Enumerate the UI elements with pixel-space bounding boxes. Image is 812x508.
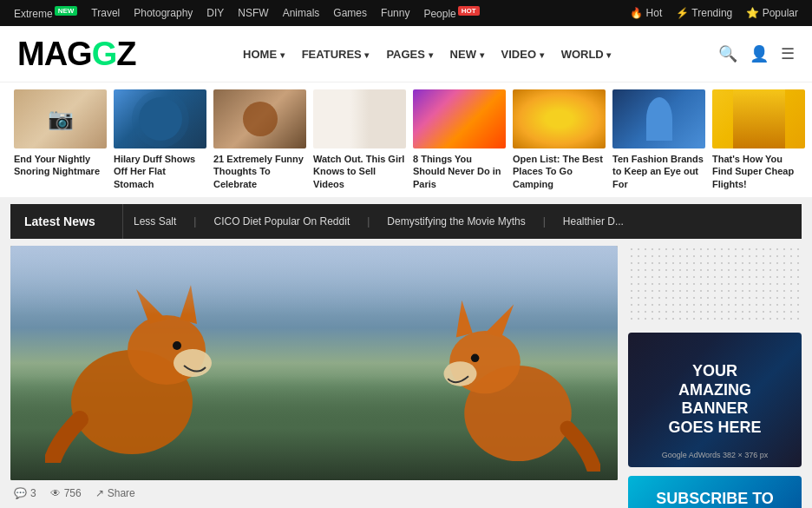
svg-point-5: [173, 341, 181, 350]
trending-link[interactable]: ⚡ Trending: [676, 7, 732, 19]
strip-item-2[interactable]: Hilary Duff Shows Off Her Flat Stomach: [110, 89, 210, 190]
strip-title-4: Watch Out. This Girl Knows to Sell Video…: [313, 153, 406, 190]
chevron-down-icon: ▾: [606, 50, 611, 60]
nav-animals[interactable]: Animals: [283, 7, 320, 19]
nav-video[interactable]: VIDEO ▾: [494, 44, 551, 64]
ticker-item-4: Healthier D...: [563, 215, 624, 228]
strip-item-3[interactable]: 21 Extremely Funny Thoughts To Celebrate: [210, 89, 310, 190]
main-content: 💬 3 👁 756 ↗ Share: [10, 246, 618, 508]
strip-title-7: Ten Fashion Brands to Keep an Eye out Fo…: [612, 153, 705, 190]
svg-point-4: [174, 349, 212, 377]
banner-subtitle: Google AdWords 382 × 376 px: [662, 451, 769, 460]
chevron-down-icon: ▾: [429, 50, 433, 60]
eye-icon: 👁: [50, 487, 61, 499]
strip-image-6: [513, 89, 606, 148]
nav-nsfw[interactable]: NSFW: [238, 7, 268, 19]
article-strip: End Your Nightly Snoring Nightmare Hilar…: [0, 82, 812, 197]
nav-people[interactable]: PeopleHOT: [423, 7, 479, 20]
comment-icon: 💬: [14, 487, 27, 499]
chevron-down-icon: ▾: [480, 50, 484, 60]
strip-item-5[interactable]: 8 Things You Should Never Do in Paris: [409, 89, 509, 190]
site-logo[interactable]: MAGGZ: [17, 36, 135, 73]
hot-link[interactable]: 🔥 Hot: [630, 7, 662, 19]
comment-count: 💬 3: [14, 487, 36, 499]
chevron-down-icon: ▾: [280, 50, 285, 60]
sidebar: YOUR AMAZING BANNER GOES HERE Google AdW…: [628, 246, 802, 508]
strip-image-4: [313, 89, 406, 148]
latest-news-label: Latest News: [10, 204, 123, 239]
ticker-item-1: Less Salt: [134, 215, 176, 228]
nav-features[interactable]: FEATURES ▾: [295, 44, 377, 64]
site-header: MAGGZ HOME ▾ FEATURES ▾ PAGES ▾ NEW ▾ VI…: [0, 26, 812, 82]
chevron-down-icon: ▾: [540, 50, 544, 60]
nav-world[interactable]: WORLD ▾: [554, 44, 619, 64]
popular-link[interactable]: ⭐ Popular: [746, 7, 798, 19]
featured-image[interactable]: [10, 246, 618, 480]
banner-text: YOUR AMAZING BANNER GOES HERE: [668, 362, 761, 437]
nav-diy[interactable]: DIY: [206, 7, 224, 19]
subscribe-title: SUBSCRIBE TO STORIES: [642, 490, 788, 508]
strip-image-5: [413, 89, 506, 148]
strip-title-5: 8 Things You Should Never Do in Paris: [413, 153, 506, 190]
nav-games[interactable]: Games: [333, 7, 367, 19]
header-actions: 🔍 👤 ☰: [718, 44, 795, 63]
strip-item-4[interactable]: Watch Out. This Girl Knows to Sell Video…: [310, 89, 409, 190]
banner-advertisement[interactable]: YOUR AMAZING BANNER GOES HERE Google AdW…: [628, 333, 802, 467]
fire-icon: 🔥: [630, 7, 643, 19]
strip-image-2: [114, 89, 206, 148]
strip-image-3: [213, 89, 306, 148]
share-button[interactable]: ↗ Share: [95, 487, 135, 499]
strip-title-2: Hilary Duff Shows Off Her Flat Stomach: [114, 153, 206, 190]
user-icon[interactable]: 👤: [750, 44, 769, 63]
main-layout: 💬 3 👁 756 ↗ Share YOUR AMAZING BANNER GO…: [0, 239, 812, 508]
main-navigation: HOME ▾ FEATURES ▾ PAGES ▾ NEW ▾ VIDEO ▾ …: [236, 44, 618, 64]
fox-right: [435, 289, 600, 472]
strip-item-8[interactable]: That's How You Find Super Cheap Flights!: [709, 89, 809, 190]
star-icon: ⭐: [746, 7, 759, 19]
nav-extreme[interactable]: ExtremeNEW: [14, 7, 77, 20]
nav-photography[interactable]: Photography: [134, 7, 193, 19]
nav-home[interactable]: HOME ▾: [236, 44, 291, 64]
top-bar: ExtremeNEW Travel Photography DIY NSFW A…: [0, 0, 812, 26]
strip-item-1[interactable]: End Your Nightly Snoring Nightmare: [10, 89, 110, 190]
search-icon[interactable]: 🔍: [718, 44, 737, 63]
view-count: 👁 756: [50, 487, 82, 499]
share-icon: ↗: [95, 487, 104, 499]
nav-pages[interactable]: PAGES ▾: [379, 44, 439, 64]
image-meta: 💬 3 👁 756 ↗ Share: [10, 480, 618, 506]
menu-icon[interactable]: ☰: [781, 44, 795, 63]
fox-scene: [10, 246, 618, 480]
lightning-icon: ⚡: [676, 7, 689, 19]
nav-funny[interactable]: Funny: [381, 7, 409, 19]
strip-title-3: 21 Extremely Funny Thoughts To Celebrate: [213, 153, 306, 190]
strip-image-7: [612, 89, 705, 148]
strip-image-1: [14, 89, 107, 148]
chevron-down-icon: ▾: [364, 50, 369, 60]
dot-pattern-decoration: [628, 246, 802, 324]
subscribe-box: SUBSCRIBE TO STORIES: [628, 476, 802, 508]
ticker-item-3: Demystifying the Movie Myths: [387, 215, 525, 228]
strip-title-1: End Your Nightly Snoring Nightmare: [14, 153, 107, 178]
latest-news-bar: Latest News Less Salt | CICO Diet Popula…: [10, 204, 802, 239]
news-ticker: Less Salt | CICO Diet Popular On Reddit …: [123, 215, 634, 228]
strip-item-6[interactable]: Open List: The Best Places To Go Camping: [509, 89, 609, 190]
strip-title-8: That's How You Find Super Cheap Flights!: [712, 153, 805, 190]
nav-travel[interactable]: Travel: [91, 7, 120, 19]
top-nav: ExtremeNEW Travel Photography DIY NSFW A…: [14, 7, 480, 20]
nav-new[interactable]: NEW ▾: [443, 44, 491, 64]
ticker-item-2: CICO Diet Popular On Reddit: [213, 215, 350, 228]
trending-bar: 🔥 Hot ⚡ Trending ⭐ Popular: [630, 7, 798, 19]
strip-item-7[interactable]: Ten Fashion Brands to Keep an Eye out Fo…: [609, 89, 709, 190]
strip-image-8: [712, 89, 805, 148]
strip-title-6: Open List: The Best Places To Go Camping: [513, 153, 606, 190]
